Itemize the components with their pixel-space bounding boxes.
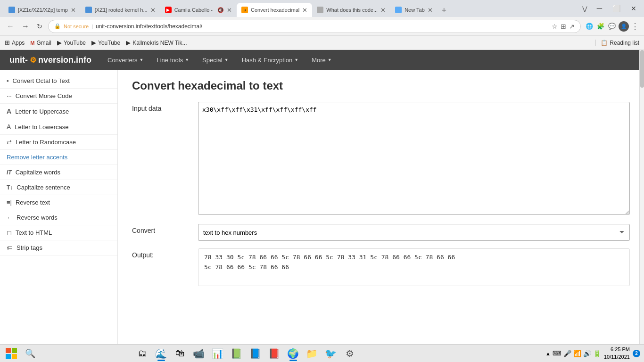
sidebar-item-accents[interactable]: Remove letter accents — [0, 150, 117, 165]
collections-icon[interactable]: ⊞ — [561, 23, 566, 30]
tab-bar: [XZ1c/XZ1/XZp] temp ✕ [XZ1] rooted kerne… — [0, 0, 644, 17]
convert-select[interactable]: text to hex numbers — [198, 224, 630, 241]
reverse-text-icon: ≡| — [7, 199, 12, 206]
tab-2[interactable]: [XZ1] rooted kernel h... ✕ — [81, 3, 160, 17]
nav-converters-label: Converters — [107, 57, 138, 64]
bookmark-apps-label: Apps — [12, 40, 25, 46]
tab-close-6[interactable]: ✕ — [428, 7, 433, 14]
tab-close-5[interactable]: ✕ — [380, 7, 386, 14]
sidebar-item-lowercase-label: Letter to Lowercase — [15, 123, 68, 131]
mute-icon[interactable]: 🔇 — [217, 7, 224, 13]
apps-grid-icon: ⊞ — [5, 39, 10, 46]
input-row: Input data x30\xff\xff\x31\xff\xff\xff\x… — [132, 102, 630, 216]
scrollbar-thumb[interactable] — [640, 50, 644, 88]
tab-close-4[interactable]: ✕ — [302, 7, 307, 14]
sidebar-item-reverse-words[interactable]: ← Reverse words — [0, 210, 117, 225]
main-content: Convert hexadecimal to text Input data x… — [118, 70, 644, 344]
reading-list-icon: 📋 — [601, 40, 608, 46]
sidebar-item-capitalize-sentence[interactable]: T↓ Capitalize sentence — [0, 180, 117, 195]
puzzle-icon[interactable]: 🧩 — [596, 22, 605, 31]
nav-special[interactable]: Special ▼ — [196, 50, 235, 70]
bookmark-youtube1[interactable]: ▶ YouTube — [57, 39, 86, 46]
maximize-button[interactable]: ⬜ — [609, 4, 624, 13]
share-icon[interactable]: ↗ — [569, 23, 575, 30]
minimize-button[interactable]: ─ — [593, 3, 606, 14]
output-box: 78 33 30 5c 78 66 66 5c 78 66 66 5c 78 3… — [198, 248, 630, 286]
sidebar-item-reverse-text[interactable]: ≡| Reverse text — [0, 195, 117, 210]
bookmark-yt2-label: YouTube — [98, 40, 120, 46]
tab-favicon-2 — [85, 7, 92, 13]
address-input-field[interactable]: 🔒 Not secure | unit-conversion.info/text… — [48, 20, 581, 33]
logo-text-1: unit- — [9, 55, 28, 65]
sidebar-item-uppercase-label: Letter to Uppercase — [15, 108, 69, 115]
star-icon[interactable]: ☆ — [552, 23, 558, 30]
bookmark-youtube2[interactable]: ▶ YouTube — [91, 39, 120, 46]
tab-title-3: Camila Cabello - — [174, 7, 213, 13]
convert-row: Convert text to hex numbers — [132, 224, 630, 241]
site-logo[interactable]: unit-⚙nversion.info — [9, 55, 91, 65]
sidebar-item-uppercase[interactable]: A Letter to Uppercase — [0, 104, 117, 119]
browser-chrome: [XZ1c/XZ1/XZp] temp ✕ [XZ1] rooted kerne… — [0, 0, 644, 50]
tab-title-4: Convert hexadecimal — [251, 7, 299, 13]
octal-icon: ▪ — [7, 77, 9, 84]
tab-close-2[interactable]: ✕ — [150, 7, 156, 14]
nav-hash-encryption[interactable]: Hash & Encryption ▼ — [235, 50, 305, 70]
chat-icon[interactable]: 💬 — [607, 22, 617, 31]
sidebar-item-capitalize-words[interactable]: IT Capitalize words — [0, 165, 117, 180]
sidebar-item-octal[interactable]: ▪ Convert Octal to Text — [0, 74, 117, 89]
text-to-html-icon: ◻ — [7, 229, 12, 236]
tab-close-3[interactable]: ✕ — [227, 7, 232, 14]
page-body: ▪ Convert Octal to Text ··· Convert Mors… — [0, 70, 644, 344]
tab-3[interactable]: ▶ Camila Cabello - 🔇 ✕ — [160, 3, 237, 17]
scrollbar-track[interactable] — [639, 50, 644, 344]
nav-more[interactable]: More ▼ — [305, 50, 339, 70]
tab-1[interactable]: [XZ1c/XZ1/XZp] temp ✕ — [4, 3, 81, 17]
convert-control-area: text to hex numbers — [198, 224, 630, 241]
profile-avatar[interactable]: 👤 — [619, 21, 629, 32]
tab-list-button[interactable]: ⋁ — [579, 4, 590, 13]
menu-button[interactable]: ⋮ — [631, 21, 639, 32]
forward-button[interactable]: → — [20, 21, 31, 32]
sidebar-item-morse[interactable]: ··· Convert Morse Code — [0, 89, 117, 104]
sidebar-item-text-to-html[interactable]: ◻ Text to HTML — [0, 225, 117, 240]
page-title: Convert hexadecimal to text — [132, 79, 630, 92]
back-button[interactable]: ← — [5, 21, 16, 32]
tab-6[interactable]: New Tab ✕ — [390, 3, 438, 17]
youtube-icon-2: ▶ — [91, 39, 96, 46]
sidebar-item-text-html-label: Text to HTML — [16, 229, 52, 236]
nav-hash-label: Hash & Encryption — [242, 57, 293, 64]
tab-title-6: New Tab — [405, 7, 425, 13]
sidebar-item-strip-tags[interactable]: 🏷 Strip tags — [0, 240, 117, 255]
input-textarea[interactable]: x30\xff\xff\x31\xff\xff\xff\xff — [198, 102, 630, 215]
gmail-icon: M — [30, 40, 34, 46]
tab-favicon-3: ▶ — [165, 7, 172, 13]
tab-5[interactable]: What does this code... ✕ — [312, 3, 390, 17]
bookmark-gmail[interactable]: M Gmail — [30, 40, 51, 46]
sidebar-item-cap-words-label: Capitalize words — [16, 169, 60, 176]
sidebar-item-morse-label: Convert Morse Code — [16, 92, 72, 99]
tab-close-1[interactable]: ✕ — [71, 7, 76, 14]
address-bar: ← → ↻ 🔒 Not secure | unit-conversion.inf… — [0, 17, 644, 36]
sidebar: ▪ Convert Octal to Text ··· Convert Mors… — [0, 70, 118, 344]
input-label: Input data — [132, 102, 198, 112]
bookmark-yt1-label: YouTube — [64, 40, 86, 46]
sidebar-item-randomcase[interactable]: ⇄ Letter to Randomcase — [0, 135, 117, 150]
bookmark-apps[interactable]: ⊞ Apps — [5, 39, 25, 46]
extensions-area: 🌐 🧩 💬 👤 ⋮ — [585, 21, 639, 32]
tab-title-5: What does this code... — [326, 7, 378, 13]
new-tab-button[interactable]: + — [438, 4, 451, 17]
sidebar-item-reverse-words-label: Reverse words — [17, 214, 58, 221]
logo-text-2: nversion.info — [38, 55, 91, 65]
sidebar-item-octal-label: Convert Octal to Text — [13, 77, 70, 84]
bookmark-kallmekris-label: Kallmekris NEW Tik... — [132, 40, 187, 46]
reading-list-button[interactable]: 📋 Reading list — [595, 40, 639, 46]
sidebar-item-lowercase[interactable]: A Letter to Lowercase — [0, 119, 117, 135]
globe-icon[interactable]: 🌐 — [585, 22, 594, 31]
tab-title-1: [XZ1c/XZ1/XZp] temp — [18, 7, 68, 13]
nav-line-tools[interactable]: Line tools ▼ — [150, 50, 196, 70]
reload-button[interactable]: ↻ — [35, 22, 44, 31]
bookmark-kallmekris[interactable]: ▶ Kallmekris NEW Tik... — [126, 39, 187, 46]
close-button[interactable]: ✕ — [627, 4, 640, 13]
tab-4[interactable]: u Convert hexadecimal ✕ — [237, 3, 312, 17]
nav-converters[interactable]: Converters ▼ — [101, 50, 150, 70]
